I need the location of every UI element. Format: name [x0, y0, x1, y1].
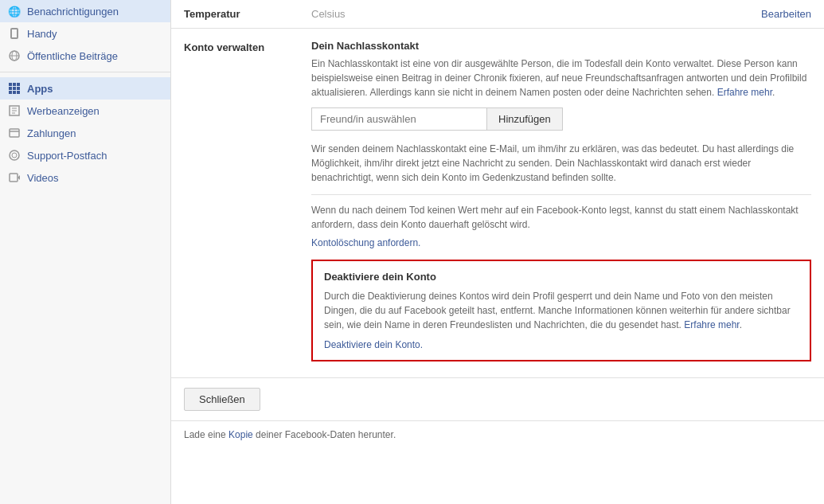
- sidebar-divider: [0, 72, 170, 72]
- svg-rect-16: [10, 129, 19, 137]
- sidebar-item-handy[interactable]: Handy: [0, 22, 170, 45]
- svg-rect-9: [9, 91, 12, 94]
- sidebar: 🌐 Benachrichtigungen Handy Öffentliche B…: [0, 0, 171, 504]
- sidebar-item-videos[interactable]: Videos: [0, 166, 170, 189]
- werbeanzeigen-icon: [8, 104, 21, 117]
- close-section: Schließen: [171, 378, 824, 421]
- sidebar-label-handy: Handy: [27, 28, 57, 40]
- svg-rect-11: [17, 91, 20, 94]
- main-content: Temperatur Celsius Bearbeiten Konto verw…: [171, 0, 824, 504]
- svg-rect-4: [13, 83, 16, 86]
- svg-rect-3: [9, 83, 12, 86]
- temperatur-row: Temperatur Celsius Bearbeiten: [171, 0, 824, 29]
- friend-input[interactable]: [311, 107, 486, 131]
- delete-description: Wenn du nach deinem Tod keinen Wert mehr…: [311, 203, 811, 232]
- sidebar-item-support-postfach[interactable]: Support-Postfach: [0, 144, 170, 166]
- svg-rect-20: [10, 174, 18, 182]
- deactivate-desc: Durch die Deaktivierung deines Kontos wi…: [324, 289, 799, 332]
- zahlungen-icon: [8, 127, 21, 139]
- temperatur-value: Celsius: [311, 8, 761, 20]
- delete-account-link[interactable]: Kontolöschung anfordern.: [311, 237, 420, 248]
- konto-content: Dein Nachlasskontakt Ein Nachlasskontakt…: [311, 40, 811, 366]
- public-icon: [8, 49, 21, 62]
- footer-text-after: deiner Facebook-Daten herunter.: [253, 429, 396, 440]
- send-description: Wir senden deinem Nachlasskontakt eine E…: [311, 142, 811, 185]
- svg-rect-10: [13, 91, 16, 94]
- sidebar-label-zahlungen: Zahlungen: [27, 127, 76, 139]
- svg-rect-7: [13, 87, 16, 90]
- footer-section: Lade eine Kopie deiner Facebook-Daten he…: [171, 421, 824, 448]
- svg-rect-6: [9, 87, 12, 90]
- support-icon: [8, 149, 21, 162]
- apps-icon: [8, 82, 21, 95]
- nachlasskontakt-desc: Ein Nachlasskontakt ist eine von dir aus…: [311, 57, 811, 100]
- deactivate-learn-more-link[interactable]: Erfahre mehr: [684, 319, 739, 330]
- sidebar-label-support: Support-Postfach: [27, 150, 107, 162]
- temperatur-label: Temperatur: [184, 8, 311, 20]
- svg-point-18: [10, 150, 19, 160]
- nachlasskontakt-title: Dein Nachlasskontakt: [311, 40, 811, 52]
- section-divider: [311, 194, 811, 195]
- temperatur-action: Bearbeiten: [761, 8, 811, 20]
- svg-point-19: [12, 153, 17, 158]
- footer-text-before: Lade eine: [184, 429, 228, 440]
- konto-row: Konto verwalten Dein Nachlasskontakt Ein…: [171, 29, 824, 378]
- sidebar-label-apps: Apps: [27, 83, 53, 95]
- globe-icon: 🌐: [8, 5, 21, 18]
- sidebar-item-benachrichtigungen[interactable]: 🌐 Benachrichtigungen: [0, 0, 170, 22]
- footer-copy-link[interactable]: Kopie: [228, 429, 253, 440]
- deactivate-account-link[interactable]: Deaktiviere dein Konto.: [324, 339, 423, 350]
- svg-rect-5: [17, 83, 20, 86]
- learn-more-link-1[interactable]: Erfahre mehr: [717, 87, 772, 98]
- temperatur-edit-link[interactable]: Bearbeiten: [761, 8, 811, 20]
- friend-selector: Hinzufügen: [311, 107, 811, 131]
- deactivate-title: Deaktiviere dein Konto: [324, 271, 799, 283]
- deactivate-box: Deaktiviere dein Konto Durch die Deaktiv…: [311, 260, 811, 361]
- konto-label: Konto verwalten: [184, 40, 311, 53]
- sidebar-label-benachrichtigungen: Benachrichtigungen: [27, 6, 119, 18]
- svg-rect-8: [17, 87, 20, 90]
- close-button[interactable]: Schließen: [184, 388, 260, 411]
- sidebar-label-videos: Videos: [27, 172, 59, 184]
- sidebar-item-zahlungen[interactable]: Zahlungen: [0, 122, 170, 144]
- sidebar-item-werbeanzeigen[interactable]: Werbeanzeigen: [0, 100, 170, 122]
- sidebar-item-oeffentliche-beitraege[interactable]: Öffentliche Beiträge: [0, 45, 170, 67]
- add-friend-button[interactable]: Hinzufügen: [486, 107, 563, 131]
- sidebar-label-werbeanzeigen: Werbeanzeigen: [27, 105, 100, 117]
- sidebar-label-oeffentliche-beitraege: Öffentliche Beiträge: [27, 50, 118, 62]
- sidebar-item-apps[interactable]: Apps: [0, 77, 170, 100]
- videos-icon: [8, 171, 21, 184]
- mobile-icon: [8, 27, 21, 40]
